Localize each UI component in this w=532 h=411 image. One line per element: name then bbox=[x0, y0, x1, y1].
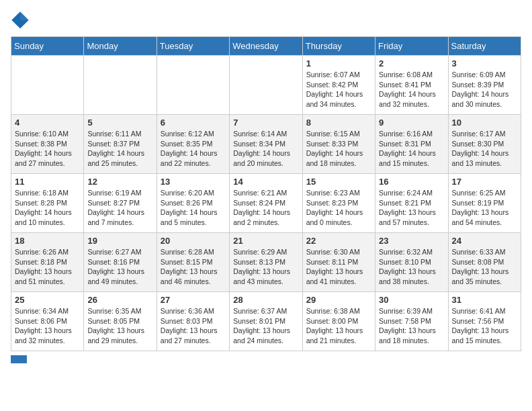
day-info: Sunrise: 6:39 AM Sunset: 7:58 PM Dayligh… bbox=[379, 306, 444, 346]
day-info: Sunrise: 6:07 AM Sunset: 8:42 PM Dayligh… bbox=[306, 70, 371, 109]
calendar-cell: 6Sunrise: 6:12 AM Sunset: 8:35 PM Daylig… bbox=[157, 115, 229, 174]
day-info: Sunrise: 6:34 AM Sunset: 8:06 PM Dayligh… bbox=[15, 306, 80, 346]
day-info: Sunrise: 6:11 AM Sunset: 8:37 PM Dayligh… bbox=[87, 129, 152, 169]
day-info: Sunrise: 6:23 AM Sunset: 8:23 PM Dayligh… bbox=[306, 188, 371, 228]
day-number: 31 bbox=[452, 295, 517, 305]
day-info: Sunrise: 6:36 AM Sunset: 8:03 PM Dayligh… bbox=[161, 306, 226, 346]
calendar-cell: 5Sunrise: 6:11 AM Sunset: 8:37 PM Daylig… bbox=[84, 115, 157, 174]
day-info: Sunrise: 6:08 AM Sunset: 8:41 PM Dayligh… bbox=[379, 70, 444, 109]
day-number: 18 bbox=[15, 236, 80, 246]
calendar-cell bbox=[11, 56, 84, 115]
day-number: 2 bbox=[379, 58, 444, 68]
day-info: Sunrise: 6:17 AM Sunset: 8:30 PM Dayligh… bbox=[452, 129, 517, 169]
calendar-cell: 2Sunrise: 6:08 AM Sunset: 8:41 PM Daylig… bbox=[375, 56, 448, 115]
calendar-cell: 24Sunrise: 6:33 AM Sunset: 8:08 PM Dayli… bbox=[448, 233, 521, 292]
calendar-header-sunday: Sunday bbox=[11, 37, 84, 56]
calendar-week-row: 4Sunrise: 6:10 AM Sunset: 8:38 PM Daylig… bbox=[11, 115, 521, 174]
day-number: 12 bbox=[87, 177, 152, 187]
day-number: 6 bbox=[161, 118, 226, 128]
day-number: 19 bbox=[87, 236, 152, 246]
day-info: Sunrise: 6:18 AM Sunset: 8:28 PM Dayligh… bbox=[15, 188, 80, 228]
logo-icon bbox=[11, 11, 30, 30]
header bbox=[11, 11, 521, 30]
day-number: 4 bbox=[15, 118, 80, 128]
day-number: 29 bbox=[306, 295, 371, 305]
calendar-header-wednesday: Wednesday bbox=[230, 37, 302, 56]
calendar-cell: 13Sunrise: 6:20 AM Sunset: 8:26 PM Dayli… bbox=[157, 174, 229, 233]
day-info: Sunrise: 6:27 AM Sunset: 8:16 PM Dayligh… bbox=[87, 247, 152, 287]
daylight-bar-icon bbox=[11, 355, 27, 363]
svg-marker-2 bbox=[11, 11, 20, 20]
calendar-table: SundayMondayTuesdayWednesdayThursdayFrid… bbox=[11, 36, 521, 351]
day-info: Sunrise: 6:24 AM Sunset: 8:21 PM Dayligh… bbox=[379, 188, 444, 228]
calendar-cell: 1Sunrise: 6:07 AM Sunset: 8:42 PM Daylig… bbox=[302, 56, 375, 115]
day-number: 15 bbox=[306, 177, 371, 187]
day-number: 7 bbox=[233, 118, 298, 128]
calendar-cell: 20Sunrise: 6:28 AM Sunset: 8:15 PM Dayli… bbox=[157, 233, 229, 292]
calendar-cell: 18Sunrise: 6:26 AM Sunset: 8:18 PM Dayli… bbox=[11, 233, 84, 292]
day-number: 17 bbox=[452, 177, 517, 187]
day-info: Sunrise: 6:29 AM Sunset: 8:13 PM Dayligh… bbox=[233, 247, 298, 287]
calendar-cell: 9Sunrise: 6:16 AM Sunset: 8:31 PM Daylig… bbox=[375, 115, 448, 174]
calendar-cell bbox=[157, 56, 229, 115]
day-info: Sunrise: 6:26 AM Sunset: 8:18 PM Dayligh… bbox=[15, 247, 80, 287]
calendar-header-row: SundayMondayTuesdayWednesdayThursdayFrid… bbox=[11, 37, 521, 56]
svg-marker-1 bbox=[20, 11, 29, 20]
day-number: 23 bbox=[379, 236, 444, 246]
day-number: 26 bbox=[87, 295, 152, 305]
calendar-cell bbox=[230, 56, 302, 115]
calendar-week-row: 11Sunrise: 6:18 AM Sunset: 8:28 PM Dayli… bbox=[11, 174, 521, 233]
calendar-cell: 28Sunrise: 6:37 AM Sunset: 8:01 PM Dayli… bbox=[230, 292, 302, 351]
day-number: 9 bbox=[379, 118, 444, 128]
day-info: Sunrise: 6:19 AM Sunset: 8:27 PM Dayligh… bbox=[87, 188, 152, 228]
calendar-cell: 30Sunrise: 6:39 AM Sunset: 7:58 PM Dayli… bbox=[375, 292, 448, 351]
calendar-week-row: 1Sunrise: 6:07 AM Sunset: 8:42 PM Daylig… bbox=[11, 56, 521, 115]
day-number: 21 bbox=[233, 236, 298, 246]
calendar-cell: 8Sunrise: 6:15 AM Sunset: 8:33 PM Daylig… bbox=[302, 115, 375, 174]
day-number: 11 bbox=[15, 177, 80, 187]
day-number: 22 bbox=[306, 236, 371, 246]
logo bbox=[11, 11, 32, 30]
day-info: Sunrise: 6:38 AM Sunset: 8:00 PM Dayligh… bbox=[306, 306, 371, 346]
day-number: 30 bbox=[379, 295, 444, 305]
day-number: 28 bbox=[233, 295, 298, 305]
calendar-cell: 27Sunrise: 6:36 AM Sunset: 8:03 PM Dayli… bbox=[157, 292, 229, 351]
calendar-cell: 4Sunrise: 6:10 AM Sunset: 8:38 PM Daylig… bbox=[11, 115, 84, 174]
day-number: 5 bbox=[87, 118, 152, 128]
day-number: 13 bbox=[161, 177, 226, 187]
calendar-cell: 22Sunrise: 6:30 AM Sunset: 8:11 PM Dayli… bbox=[302, 233, 375, 292]
day-info: Sunrise: 6:09 AM Sunset: 8:39 PM Dayligh… bbox=[452, 70, 517, 109]
calendar-cell: 23Sunrise: 6:32 AM Sunset: 8:10 PM Dayli… bbox=[375, 233, 448, 292]
footer-note bbox=[11, 355, 521, 363]
calendar-cell: 26Sunrise: 6:35 AM Sunset: 8:05 PM Dayli… bbox=[84, 292, 157, 351]
calendar-cell bbox=[84, 56, 157, 115]
day-info: Sunrise: 6:30 AM Sunset: 8:11 PM Dayligh… bbox=[306, 247, 371, 287]
day-info: Sunrise: 6:25 AM Sunset: 8:19 PM Dayligh… bbox=[452, 188, 517, 228]
day-number: 16 bbox=[379, 177, 444, 187]
day-number: 24 bbox=[452, 236, 517, 246]
day-number: 3 bbox=[452, 58, 517, 68]
day-info: Sunrise: 6:15 AM Sunset: 8:33 PM Dayligh… bbox=[306, 129, 371, 169]
calendar-cell: 31Sunrise: 6:41 AM Sunset: 7:56 PM Dayli… bbox=[448, 292, 521, 351]
day-number: 8 bbox=[306, 118, 371, 128]
calendar-cell: 16Sunrise: 6:24 AM Sunset: 8:21 PM Dayli… bbox=[375, 174, 448, 233]
calendar-header-tuesday: Tuesday bbox=[157, 37, 229, 56]
calendar-cell: 10Sunrise: 6:17 AM Sunset: 8:30 PM Dayli… bbox=[448, 115, 521, 174]
calendar-cell: 14Sunrise: 6:21 AM Sunset: 8:24 PM Dayli… bbox=[230, 174, 302, 233]
calendar-cell: 17Sunrise: 6:25 AM Sunset: 8:19 PM Dayli… bbox=[448, 174, 521, 233]
day-info: Sunrise: 6:14 AM Sunset: 8:34 PM Dayligh… bbox=[233, 129, 298, 169]
calendar-header-saturday: Saturday bbox=[448, 37, 521, 56]
calendar-cell: 3Sunrise: 6:09 AM Sunset: 8:39 PM Daylig… bbox=[448, 56, 521, 115]
calendar-cell: 15Sunrise: 6:23 AM Sunset: 8:23 PM Dayli… bbox=[302, 174, 375, 233]
day-number: 20 bbox=[161, 236, 226, 246]
day-info: Sunrise: 6:32 AM Sunset: 8:10 PM Dayligh… bbox=[379, 247, 444, 287]
calendar-cell: 7Sunrise: 6:14 AM Sunset: 8:34 PM Daylig… bbox=[230, 115, 302, 174]
day-info: Sunrise: 6:10 AM Sunset: 8:38 PM Dayligh… bbox=[15, 129, 80, 169]
calendar-header-thursday: Thursday bbox=[302, 37, 375, 56]
calendar-cell: 19Sunrise: 6:27 AM Sunset: 8:16 PM Dayli… bbox=[84, 233, 157, 292]
day-info: Sunrise: 6:16 AM Sunset: 8:31 PM Dayligh… bbox=[379, 129, 444, 169]
day-number: 27 bbox=[161, 295, 226, 305]
calendar-header-friday: Friday bbox=[375, 37, 448, 56]
calendar-cell: 11Sunrise: 6:18 AM Sunset: 8:28 PM Dayli… bbox=[11, 174, 84, 233]
calendar-cell: 12Sunrise: 6:19 AM Sunset: 8:27 PM Dayli… bbox=[84, 174, 157, 233]
